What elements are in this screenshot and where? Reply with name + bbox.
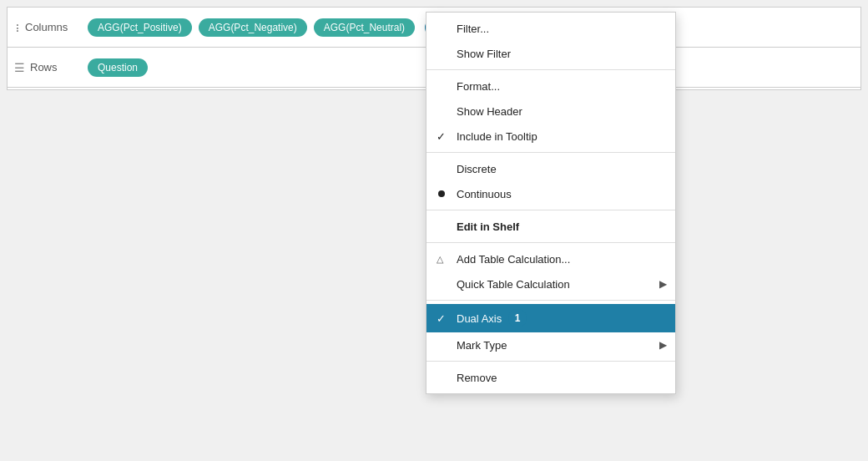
menu-item-label: Discrete bbox=[457, 163, 497, 175]
menu-item-label: Remove bbox=[457, 372, 497, 384]
pill-pct-neutral[interactable]: AGG(Pct_Neutral) bbox=[314, 18, 415, 37]
menu-item-label: Format... bbox=[457, 80, 500, 93]
menu-item-label: Filter... bbox=[457, 23, 489, 35]
menu-item-dual_axis[interactable]: ✓Dual Axis1 bbox=[426, 304, 675, 332]
menu-item-remove[interactable]: Remove bbox=[426, 365, 675, 390]
menu-divider bbox=[426, 300, 675, 301]
check-icon: ✓ bbox=[437, 130, 446, 143]
menu-item-label: Quick Table Calculation bbox=[457, 278, 570, 291]
menu-item-format[interactable]: Format... bbox=[426, 73, 675, 99]
menu-item-label: Edit in Shelf bbox=[457, 220, 519, 233]
triangle-icon: △ bbox=[437, 254, 443, 265]
menu-item-label: Show Filter bbox=[457, 48, 511, 60]
menu-item-include_tooltip[interactable]: ✓Include in Tooltip bbox=[426, 124, 675, 149]
menu-item-show_filter[interactable]: Show Filter bbox=[426, 41, 675, 66]
dual-axis-badge: 1 bbox=[508, 309, 527, 327]
bullet-icon bbox=[438, 190, 445, 197]
menu-item-label: Add Table Calculation... bbox=[457, 253, 570, 266]
context-menu: Filter...Show FilterFormat...Show Header… bbox=[426, 12, 676, 394]
menu-item-continuous[interactable]: Continuous bbox=[426, 181, 675, 206]
menu-item-label: Continuous bbox=[457, 188, 512, 200]
pill-pct-negative[interactable]: AGG(Pct_Negative) bbox=[199, 18, 307, 37]
menu-item-show_header[interactable]: Show Header bbox=[426, 99, 675, 124]
menu-divider bbox=[426, 361, 675, 362]
pill-pct-positive[interactable]: AGG(Pct_Positive) bbox=[88, 18, 192, 37]
submenu-arrow-icon: ▶ bbox=[659, 278, 667, 290]
columns-icon: ⫶ bbox=[14, 21, 20, 34]
menu-item-label: Include in Tooltip bbox=[457, 130, 537, 143]
menu-item-mark_type[interactable]: Mark Type▶ bbox=[426, 332, 675, 357]
menu-item-quick_table_calc[interactable]: Quick Table Calculation▶ bbox=[426, 271, 675, 296]
menu-item-label: Show Header bbox=[457, 105, 522, 118]
rows-icon: ☰ bbox=[14, 61, 25, 74]
menu-item-filter[interactable]: Filter... bbox=[426, 16, 675, 41]
submenu-arrow-icon: ▶ bbox=[659, 339, 667, 351]
menu-item-label: Mark Type bbox=[457, 339, 507, 352]
menu-divider bbox=[426, 152, 675, 153]
check-icon: ✓ bbox=[437, 312, 446, 325]
menu-item-edit_in_shelf[interactable]: Edit in Shelf bbox=[426, 214, 675, 239]
menu-divider bbox=[426, 210, 675, 210]
pill-question[interactable]: Question bbox=[88, 58, 148, 77]
rows-label: ☰ Rows bbox=[14, 61, 81, 74]
menu-divider bbox=[426, 242, 675, 243]
menu-divider bbox=[426, 69, 675, 70]
menu-item-add_table_calc[interactable]: △Add Table Calculation... bbox=[426, 246, 675, 271]
menu-item-discrete[interactable]: Discrete bbox=[426, 156, 675, 181]
menu-item-label: Dual Axis bbox=[457, 312, 502, 325]
columns-label: ⫶ Columns bbox=[14, 21, 81, 34]
